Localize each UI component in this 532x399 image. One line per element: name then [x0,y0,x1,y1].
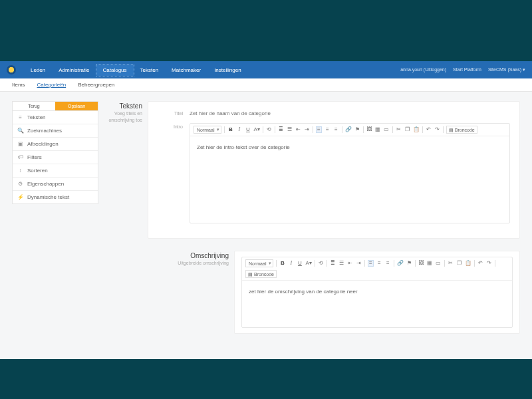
bolt-icon: ⚡ [17,194,23,200]
sidebar: Terug Opslaan ≡Teksten 🔍Zoekmachines ▣Af… [12,101,98,334]
intro-body[interactable]: Zet hier de intro-tekst over de categori… [190,136,509,223]
intro-editor: Normaal B I U A▾ ⟲ [190,123,510,223]
app-logo [7,65,16,74]
ol-button[interactable]: ≣ [278,127,284,132]
image-button-2[interactable]: 🖼 [418,261,424,266]
side-dyn[interactable]: ⚡Dynamische tekst [13,190,98,203]
side-sorteren[interactable]: ↕Sorteren [13,164,98,177]
cut-button-2[interactable]: ✂ [448,261,454,266]
image-icon: ▣ [17,141,23,147]
format-select[interactable]: Normaal [194,126,221,134]
section-omschr-title: Omschrijving [108,252,229,259]
gear-icon: ⚙ [17,181,23,187]
bold-button[interactable]: B [227,127,233,132]
save-button[interactable]: Opslaan [55,102,98,110]
bold-button-2[interactable]: B [279,261,285,266]
cut-button[interactable]: ✂ [396,127,402,132]
media-button[interactable]: ▭ [384,127,390,132]
link-button[interactable]: 🔗 [345,127,352,132]
user-link[interactable]: anna.youri (Uitloggen) [400,67,446,72]
search-icon: 🔍 [17,128,23,134]
nav-catalogus[interactable]: Catalogus [96,65,134,76]
tag-icon: 🏷 [17,154,23,160]
label-intro: Intro [158,123,190,129]
nav-instellingen[interactable]: Instellingen [207,65,247,76]
aligncenter-button[interactable]: ≡ [325,127,331,132]
ul-button[interactable]: ☰ [287,127,293,132]
back-button[interactable]: Terug [13,102,55,110]
link-button-2[interactable]: 🔗 [397,261,404,266]
sub-nav: Items Categorieën Beheergroepen [0,78,532,92]
sidebar-list: ≡Teksten 🔍Zoekmachines ▣Afbeeldingen 🏷Fi… [12,111,98,204]
fontcolor-button[interactable]: A▾ [253,127,259,132]
media-button-2[interactable]: ▭ [436,261,442,266]
undo-button[interactable]: ↶ [426,127,432,132]
section-teksten-title: Teksten [108,102,142,110]
indent-button-2[interactable]: ⇥ [356,261,362,266]
subnav-categorieen[interactable]: Categorieën [37,82,66,88]
subnav-beheergroepen[interactable]: Beheergroepen [78,82,114,88]
nav-leden[interactable]: Leden [24,65,52,76]
primary-nav: Leden Administratie Catalogus Teksten Ma… [0,61,532,78]
title-input[interactable] [190,110,510,116]
platform-link[interactable]: Start Platform [453,67,481,72]
ol-button-2[interactable]: ≣ [330,261,336,266]
format-select-2[interactable]: Normaal [245,259,273,267]
sidebar-item-label: Dynamische tekst [27,194,69,200]
table-button[interactable]: ▦ [375,127,381,132]
sidebar-item-label: Teksten [27,114,46,120]
undo-button-2[interactable]: ↶ [477,261,483,266]
nav-teksten[interactable]: Teksten [134,65,166,76]
underline-button-2[interactable]: U [297,261,303,266]
sidebar-item-label: Sorteren [27,168,48,174]
copy-button[interactable]: ❐ [404,127,410,132]
side-zoek[interactable]: 🔍Zoekmachines [13,124,98,137]
alignright-button-2[interactable]: ≡ [385,261,391,266]
flag-button[interactable]: ⚑ [354,127,360,132]
table-button-2[interactable]: ▦ [427,261,433,266]
indent-button[interactable]: ⇥ [304,127,310,132]
section-teksten-sub: Voeg titels en omschrijving toe [108,111,142,122]
flag-button-2[interactable]: ⚑ [406,261,412,266]
alignleft-button[interactable]: ≡ [316,126,322,133]
clear-button-2[interactable]: ⟲ [318,261,324,266]
side-afbeeldingen[interactable]: ▣Afbeeldingen [13,137,98,150]
section-omschr-sub: Uitgebreide omschrijving [178,261,229,265]
intro-toolbar: Normaal B I U A▾ ⟲ [190,124,509,136]
nav-administratie[interactable]: Administratie [52,65,96,76]
side-filters[interactable]: 🏷Filters [13,150,98,164]
nav-matchmaker[interactable]: Matchmaker [165,65,207,76]
italic-button[interactable]: I [236,127,242,132]
italic-button-2[interactable]: I [288,261,294,266]
paste-button-2[interactable]: 📋 [465,261,471,266]
side-teksten[interactable]: ≡Teksten [13,111,98,124]
ul-button-2[interactable]: ☰ [338,261,344,266]
side-eigenschappen[interactable]: ⚙Eigenschappen [13,177,98,190]
outdent-button[interactable]: ⇤ [295,127,301,132]
sidebar-item-label: Eigenschappen [27,181,64,187]
text-icon: ≡ [17,114,23,120]
main-nav: Leden Administratie Catalogus Teksten Ma… [24,65,248,76]
fontcolor-button-2[interactable]: A▾ [305,261,311,266]
topbar-right: anna.youri (Uitloggen) Start Platform Si… [400,67,525,72]
source-label: Broncode [455,128,475,132]
subnav-items[interactable]: Items [12,82,25,88]
paste-button[interactable]: 📋 [413,127,420,132]
omschr-body[interactable]: zet hier de omschrijving van de categori… [242,281,512,327]
source-button[interactable]: ▤Broncode [446,126,477,134]
underline-button[interactable]: U [245,127,251,132]
copy-button-2[interactable]: ❐ [456,261,462,266]
alignright-button[interactable]: ≡ [333,127,339,132]
image-button[interactable]: 🖼 [366,127,372,132]
sort-icon: ↕ [17,168,23,174]
aligncenter-button-2[interactable]: ≡ [376,261,382,266]
clear-button[interactable]: ⟲ [266,127,272,132]
outdent-button-2[interactable]: ⇤ [347,261,353,266]
brand-link[interactable]: SiteCMS (Saas) ▾ [488,67,525,72]
code-icon: ▤ [449,128,454,132]
redo-button[interactable]: ↷ [434,127,440,132]
redo-button-2[interactable]: ↷ [486,261,492,266]
alignleft-button-2[interactable]: ≡ [368,260,374,267]
code-icon: ▤ [248,272,253,277]
source-button-2[interactable]: ▤Broncode [245,270,277,278]
